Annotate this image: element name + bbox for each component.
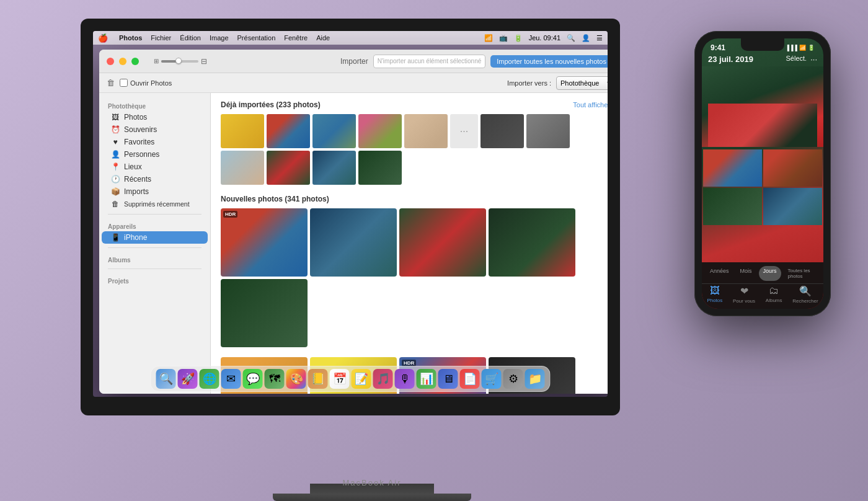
apple-menu[interactable]: 🍎 — [98, 33, 108, 43]
iphone-tab-all[interactable]: Toutes les photos — [784, 266, 820, 281]
iphone-view-tabs: Années Mois Jours Toutes les photos — [702, 265, 823, 283]
table-row[interactable] — [312, 114, 356, 148]
dock-maps[interactable]: 🗺 — [265, 369, 285, 389]
dock-systemprefs[interactable]: ⚙ — [503, 369, 523, 389]
menubar-edition[interactable]: Édition — [180, 34, 201, 42]
dock-contacts[interactable]: 📒 — [308, 369, 328, 389]
dock-pages[interactable]: 📄 — [460, 369, 480, 389]
dock-numbers[interactable]: 📊 — [417, 369, 436, 389]
library-section-header: Photothèque — [99, 98, 210, 111]
photos-window: ⊞ ⊟ Importer N'importer aucun élément sé… — [99, 50, 608, 394]
open-photos-checkbox[interactable] — [120, 79, 128, 87]
iphone-grid-photo-4[interactable] — [763, 188, 822, 225]
import-all-button[interactable]: Importer toutes les nouvelles photos — [490, 55, 608, 68]
table-row[interactable] — [480, 114, 524, 148]
dock-mail[interactable]: ✉ — [221, 369, 241, 389]
table-row[interactable] — [221, 114, 264, 148]
iphone-tab-months[interactable]: Mois — [736, 266, 756, 281]
import-status-field: N'importer aucun élément sélectionné — [373, 55, 486, 68]
more-photos-indicator: ··· — [450, 114, 478, 148]
dock-messages[interactable]: 💬 — [243, 369, 263, 389]
dock-folder[interactable]: 📁 — [525, 369, 545, 389]
sidebar-item-imports[interactable]: 📦 Imports — [102, 185, 208, 198]
siri-icon[interactable]: 👤 — [582, 34, 590, 42]
select-button[interactable]: Sélect. — [786, 55, 807, 64]
iphone-nav-search[interactable]: 🔍 Rechercher — [792, 285, 818, 304]
sidebar-item-recents[interactable]: 🕐 Récents — [102, 173, 208, 185]
list-item[interactable] — [221, 279, 308, 347]
sidebar-item-iphone[interactable]: 📱 iPhone — [102, 231, 208, 244]
table-row[interactable] — [221, 151, 264, 185]
list-item[interactable] — [310, 208, 397, 277]
dock-finder[interactable]: 🔍 — [156, 369, 176, 389]
table-row[interactable] — [526, 114, 570, 148]
dock-calendar[interactable]: 📅 — [330, 369, 350, 389]
iphone-tab-years[interactable]: Années — [706, 266, 733, 281]
iphone-grid-photo-3[interactable] — [703, 188, 762, 225]
dock-keynote[interactable]: 🖥 — [438, 369, 458, 389]
sidebar-item-favorites[interactable]: ♥ Favorites — [102, 136, 208, 148]
iphone-nav-for-you[interactable]: ❤ Pour vous — [733, 285, 755, 304]
projects-section-header: Projets — [99, 273, 210, 286]
window-toolbar2: 🗑 Ouvrir Photos Importer vers : Photothè… — [99, 73, 608, 93]
import-destination-select-wrapper: Photothèque ▾ — [556, 76, 608, 90]
iphone-main-photo-container[interactable] — [702, 66, 823, 147]
sidebar-item-people[interactable]: 👤 Personnes — [102, 148, 208, 161]
menubar-presentation[interactable]: Présentation — [237, 34, 276, 42]
iphone-photo-header: 23 juil. 2019 Sélect. ··· — [702, 53, 823, 66]
menubar-fichier[interactable]: Fichier — [151, 34, 171, 42]
iphone-nav-albums[interactable]: 🗂 Albums — [766, 285, 782, 304]
open-photos-label: Ouvrir Photos — [130, 79, 172, 87]
list-item[interactable] — [399, 208, 486, 277]
iphone-device-icon: 📱 — [110, 233, 120, 242]
dock-safari[interactable]: 🌐 — [200, 369, 219, 389]
iphone-nav-photos[interactable]: 🖼 Photos — [707, 285, 722, 304]
list-item[interactable] — [489, 208, 575, 277]
dock-music[interactable]: 🎵 — [373, 369, 393, 389]
menubar-app-name[interactable]: Photos — [119, 34, 142, 42]
import-label: Importer — [340, 57, 368, 66]
fullscreen-button[interactable] — [131, 58, 139, 65]
sidebar-iphone-label: iPhone — [124, 233, 147, 242]
table-row[interactable] — [267, 151, 310, 185]
battery-status-icon: 🔋 — [808, 45, 815, 51]
search-icon[interactable]: 🔍 — [567, 34, 575, 42]
table-row[interactable] — [404, 114, 448, 148]
sidebar-photos-label: Photos — [124, 113, 147, 122]
minimize-button[interactable] — [119, 58, 126, 65]
delete-icon[interactable]: 🗑 — [107, 78, 115, 87]
show-all-link[interactable]: Tout afficher — [573, 101, 608, 109]
new-photos-title: Nouvelles photos (341 photos) — [221, 195, 329, 203]
iphone-grid-photo-1[interactable] — [703, 149, 762, 187]
list-item[interactable]: HDR — [221, 208, 308, 277]
iphone-tab-days[interactable]: Jours — [759, 266, 781, 281]
iphone-nav-albums-icon: 🗂 — [769, 285, 779, 296]
menubar-image[interactable]: Image — [210, 34, 229, 42]
close-button[interactable] — [107, 58, 114, 65]
menubar-fenetre[interactable]: Fenêtre — [284, 34, 308, 42]
sidebar-item-photos[interactable]: 🖼 Photos — [102, 111, 208, 123]
dock-appstore[interactable]: 🛒 — [482, 369, 502, 389]
trash-icon: 🗑 — [110, 200, 120, 208]
table-row[interactable] — [358, 151, 402, 185]
photos-icon: 🖼 — [110, 113, 120, 122]
iphone-bottom-tabs: Années Mois Jours Toutes les photos 🖼 Ph… — [702, 262, 823, 309]
table-row[interactable] — [267, 114, 310, 148]
menubar-aide[interactable]: Aide — [316, 34, 330, 42]
table-row[interactable] — [358, 114, 402, 148]
dock-podcasts[interactable]: 🎙 — [395, 369, 415, 389]
iphone-nav-search-label: Rechercher — [792, 298, 818, 304]
control-center-icon[interactable]: ☰ — [596, 34, 603, 42]
zoom-slider[interactable]: ⊞ ⊟ — [154, 57, 207, 66]
import-destination-select[interactable]: Photothèque — [556, 76, 608, 90]
dock-launchpad[interactable]: 🚀 — [178, 369, 198, 389]
dock-photos[interactable]: 🎨 — [286, 369, 306, 389]
sidebar-item-places[interactable]: 📍 Lieux — [102, 161, 208, 173]
more-button[interactable]: ··· — [810, 55, 817, 64]
table-row[interactable] — [312, 151, 356, 185]
signal-icon: ▐▐▐ — [786, 45, 797, 51]
dock-notes[interactable]: 📝 — [352, 369, 371, 389]
sidebar-item-souvenirs[interactable]: ⏰ Souvenirs — [102, 123, 208, 136]
sidebar-item-deleted[interactable]: 🗑 Supprimés récemment — [102, 198, 208, 210]
iphone-grid-photo-2[interactable] — [763, 149, 822, 187]
